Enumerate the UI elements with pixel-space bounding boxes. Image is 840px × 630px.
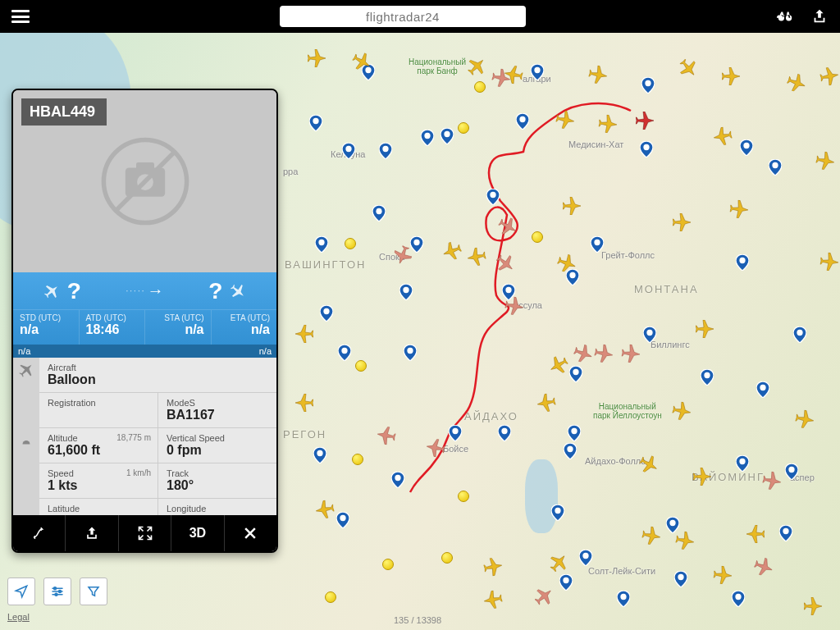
aircraft-marker[interactable]: [693, 468, 711, 486]
airport-pin[interactable]: [736, 455, 749, 472]
airport-pin[interactable]: [391, 472, 404, 488]
search-input[interactable]: [280, 6, 526, 27]
airport-pin[interactable]: [701, 369, 714, 386]
airport-pin[interactable]: [551, 504, 564, 521]
airport-pin[interactable]: [315, 236, 328, 253]
balloon-marker[interactable]: [345, 238, 356, 249]
airport-pin[interactable]: [336, 512, 349, 528]
aircraft-marker[interactable]: [804, 597, 822, 615]
airport-pin[interactable]: [404, 345, 417, 361]
aircraft-marker[interactable]: [819, 66, 839, 86]
aircraft-marker[interactable]: [671, 400, 692, 421]
aircraft-marker[interactable]: [425, 437, 445, 458]
aircraft-marker[interactable]: [722, 67, 740, 85]
locate-button[interactable]: [7, 578, 35, 605]
legal-link[interactable]: Legal: [7, 612, 30, 622]
aircraft-marker[interactable]: [641, 525, 661, 546]
airport-pin[interactable]: [640, 141, 653, 158]
aircraft-marker[interactable]: [536, 392, 556, 413]
aircraft-marker[interactable]: [493, 251, 518, 276]
aircraft-marker[interactable]: [308, 49, 326, 67]
airport-pin[interactable]: [568, 425, 581, 441]
aircraft-marker[interactable]: [746, 525, 765, 543]
aircraft-marker[interactable]: [463, 53, 489, 79]
airport-pin[interactable]: [740, 139, 753, 156]
airport-pin[interactable]: [486, 189, 500, 205]
aircraft-marker[interactable]: [546, 353, 571, 377]
balloon-marker[interactable]: [458, 122, 469, 134]
airport-pin[interactable]: [379, 143, 392, 159]
settings-sliders-button[interactable]: [43, 578, 71, 605]
airport-pin[interactable]: [441, 128, 454, 144]
aircraft-marker[interactable]: [504, 295, 524, 316]
aircraft-marker[interactable]: [598, 114, 618, 134]
aircraft-marker[interactable]: [532, 584, 557, 609]
airport-pin[interactable]: [579, 550, 592, 566]
airport-pin[interactable]: [591, 236, 604, 253]
airport-pin[interactable]: [309, 115, 322, 131]
airport-pin[interactable]: [756, 381, 769, 398]
airport-pin[interactable]: [559, 574, 573, 591]
balloon-marker[interactable]: [441, 552, 453, 564]
airport-pin[interactable]: [531, 64, 544, 80]
airport-pin[interactable]: [736, 254, 749, 271]
aircraft-marker[interactable]: [761, 470, 782, 491]
aircraft-marker[interactable]: [713, 565, 733, 585]
airport-pin[interactable]: [641, 77, 655, 94]
balloon-marker[interactable]: [355, 360, 367, 372]
airport-pin[interactable]: [793, 326, 806, 343]
airport-pin[interactable]: [732, 591, 745, 607]
aircraft-marker[interactable]: [676, 56, 701, 81]
filter-button[interactable]: [80, 578, 107, 605]
airport-pin[interactable]: [449, 425, 462, 441]
aircraft-marker[interactable]: [593, 343, 614, 363]
aircraft-marker[interactable]: [819, 252, 839, 272]
share-button[interactable]: [66, 515, 118, 551]
balloon-marker[interactable]: [382, 559, 394, 570]
binoculars-icon[interactable]: [776, 7, 794, 25]
aircraft-marker[interactable]: [295, 394, 313, 412]
airport-pin[interactable]: [313, 447, 326, 463]
airport-pin[interactable]: [372, 205, 386, 221]
airport-pin[interactable]: [779, 525, 792, 541]
balloon-marker[interactable]: [532, 231, 543, 243]
balloon-marker[interactable]: [352, 454, 363, 465]
airport-pin[interactable]: [399, 284, 413, 300]
aircraft-marker[interactable]: [482, 556, 503, 577]
airport-pin[interactable]: [516, 113, 529, 130]
airport-pin[interactable]: [643, 326, 656, 343]
aircraft-marker[interactable]: [621, 344, 641, 363]
close-button[interactable]: [225, 515, 276, 551]
airport-pin[interactable]: [674, 571, 687, 587]
aircraft-marker[interactable]: [495, 214, 520, 239]
aircraft-marker[interactable]: [491, 67, 511, 88]
aircraft-marker[interactable]: [712, 126, 733, 146]
aircraft-marker[interactable]: [729, 199, 749, 219]
aircraft-marker[interactable]: [546, 550, 572, 576]
menu-button[interactable]: [11, 10, 30, 23]
airport-pin[interactable]: [564, 443, 577, 459]
aircraft-marker[interactable]: [696, 320, 714, 338]
collapse-button[interactable]: [119, 515, 171, 551]
airport-pin[interactable]: [785, 463, 798, 480]
aircraft-marker[interactable]: [482, 589, 503, 609]
route-button[interactable]: [13, 515, 66, 551]
aircraft-marker-selected[interactable]: [636, 112, 654, 130]
aircraft-marker[interactable]: [563, 197, 581, 215]
aircraft-marker[interactable]: [785, 71, 808, 94]
threeD-button[interactable]: 3D: [171, 515, 224, 551]
aircraft-marker[interactable]: [314, 499, 335, 519]
airport-pin[interactable]: [569, 366, 582, 382]
aircraft-marker[interactable]: [587, 64, 608, 84]
airport-pin[interactable]: [421, 130, 434, 146]
aircraft-marker[interactable]: [441, 240, 463, 262]
airport-pin[interactable]: [320, 305, 333, 322]
aircraft-marker[interactable]: [815, 150, 835, 171]
balloon-marker[interactable]: [325, 591, 336, 603]
aircraft-marker[interactable]: [466, 246, 486, 267]
aircraft-marker[interactable]: [572, 342, 595, 365]
airport-pin[interactable]: [769, 159, 782, 176]
balloon-marker[interactable]: [474, 81, 486, 93]
aircraft-marker[interactable]: [752, 555, 775, 578]
aircraft-marker[interactable]: [376, 425, 396, 445]
